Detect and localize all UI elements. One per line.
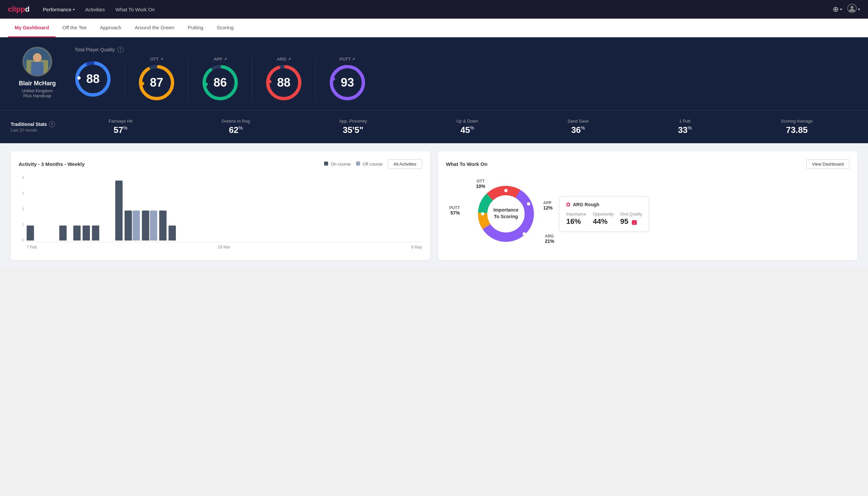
bar-group xyxy=(41,240,48,241)
bar-on-course xyxy=(92,226,99,241)
info-stat-shot-quality: Shot Quality 95 ↓ xyxy=(620,212,642,226)
nav-link-activities[interactable]: Activities xyxy=(85,7,105,12)
stat-up-down: Up & Down 45% xyxy=(456,119,478,135)
chevron-down-icon-user: ▾ xyxy=(858,7,860,12)
score-card-ott: OTT ↗ 87 xyxy=(125,57,189,101)
chevron-down-icon: ▾ xyxy=(73,7,75,11)
bar-off-course xyxy=(150,211,157,241)
putt-value: 93 xyxy=(341,76,354,90)
off-course-legend: Off course xyxy=(356,161,382,167)
traditional-stats-title: Traditional Stats ? xyxy=(11,121,64,127)
info-card: ARG Rough Importance 16% Opportunity 44%… xyxy=(559,196,649,232)
add-button[interactable]: ⊕ ▾ xyxy=(833,5,842,14)
stat-value: 62% xyxy=(229,125,242,135)
chevron-down-icon: ▾ xyxy=(840,7,842,12)
stat-value: 33% xyxy=(678,125,692,135)
all-activities-button[interactable]: All Activities xyxy=(388,159,422,169)
tab-my-dashboard[interactable]: My Dashboard xyxy=(8,19,56,37)
stat-greens-in-reg: Greens In Reg 62% xyxy=(222,119,250,135)
arg-label: ARG ↗ xyxy=(277,57,290,62)
stat-scoring-average: Scoring Average 73.85 xyxy=(781,119,813,135)
stat-1-putt: 1 Putt 33% xyxy=(678,119,692,135)
bar-on-course xyxy=(73,226,81,241)
stat-sand-save: Sand Save 36% xyxy=(568,119,589,135)
bar-chart: 7 Feb 28 Mar 9 May xyxy=(27,175,422,249)
plus-circle-icon: ⊕ xyxy=(833,5,839,14)
arg-arrow: ↗ xyxy=(288,57,291,61)
bar-on-course xyxy=(169,226,176,241)
bar-chart-area xyxy=(27,175,422,242)
on-course-legend: On course xyxy=(324,161,351,167)
bar-group xyxy=(142,211,157,241)
stat-label: Fairways Hit xyxy=(109,119,132,124)
tab-around-the-green[interactable]: Around the Green xyxy=(128,19,181,37)
avatar xyxy=(22,47,52,77)
logo-text: clippd xyxy=(8,5,30,14)
bar-on-course xyxy=(83,226,90,241)
info-card-title: ARG Rough xyxy=(566,202,642,207)
stats-items: Fairways Hit 57% Greens In Reg 62% App. … xyxy=(64,119,857,135)
nav-link-what-to-work-on[interactable]: What To Work On xyxy=(115,7,155,12)
stat-value: 57% xyxy=(114,125,127,135)
nav-right: ⊕ ▾ ▾ xyxy=(833,4,860,15)
bar-group xyxy=(83,226,90,241)
bar-on-course xyxy=(59,226,67,241)
user-button[interactable]: ▾ xyxy=(847,4,860,15)
bar-group xyxy=(101,240,109,241)
bar-chart-wrapper: 4 3 2 1 0 7 Feb 28 Mar 9 May xyxy=(19,175,422,249)
svg-point-12 xyxy=(141,82,144,85)
tab-approach[interactable]: Approach xyxy=(93,19,128,37)
stats-help-icon[interactable]: ? xyxy=(49,121,55,127)
nav-left: clippd Performance ▾ Activities What To … xyxy=(8,5,155,14)
svg-rect-5 xyxy=(31,62,43,76)
svg-point-27 xyxy=(527,202,530,205)
score-rings: 88 OTT ↗ 87 xyxy=(75,57,857,101)
stat-app-proximity: App. Proximity 35'5" xyxy=(339,119,367,135)
nav-links: Performance ▾ Activities What To Work On xyxy=(43,7,155,12)
tab-putting[interactable]: Putting xyxy=(181,19,210,37)
arg-donut-label: ARG 21% xyxy=(545,234,554,244)
stat-label: 1 Putt xyxy=(679,119,691,124)
bar-group xyxy=(92,226,99,241)
info-stat-label: Shot Quality xyxy=(620,212,642,217)
tab-off-the-tee[interactable]: Off the Tee xyxy=(56,19,93,37)
info-stat-importance: Importance 16% xyxy=(566,212,586,226)
svg-point-1 xyxy=(851,6,854,9)
donut-svg: Importance To Scoring xyxy=(473,181,539,247)
view-dashboard-button[interactable]: View Dashboard xyxy=(806,159,849,169)
svg-point-15 xyxy=(205,83,208,86)
stat-value: 45% xyxy=(460,125,474,135)
score-card-putt: PUTT ↗ 93 xyxy=(316,57,379,101)
svg-text:Importance: Importance xyxy=(493,207,519,213)
stats-row: Traditional Stats ? Last 20 rounds Fairw… xyxy=(0,110,868,143)
bar-on-course xyxy=(125,211,132,241)
ring-putt: 93 xyxy=(329,64,366,101)
top-nav: clippd Performance ▾ Activities What To … xyxy=(0,0,868,19)
bar-group xyxy=(50,240,57,241)
svg-point-18 xyxy=(268,80,271,83)
nav-link-performance[interactable]: Performance ▾ xyxy=(43,7,75,12)
wtwo-card-header: What To Work On View Dashboard xyxy=(446,159,849,169)
tpq-title: Total Player Quality ? xyxy=(75,47,857,52)
bar-group xyxy=(115,181,123,241)
tpq-value: 88 xyxy=(86,72,99,86)
wtwo-title: What To Work On xyxy=(446,161,487,167)
ott-label: OTT ↗ xyxy=(150,57,163,62)
help-icon[interactable]: ? xyxy=(117,47,124,52)
logo[interactable]: clippd xyxy=(8,5,30,14)
putt-arrow: ↗ xyxy=(352,57,355,61)
chart-x-labels: 7 Feb 28 Mar 9 May xyxy=(27,242,422,249)
tab-scoring[interactable]: Scoring xyxy=(210,19,240,37)
svg-point-29 xyxy=(481,212,484,216)
svg-point-21 xyxy=(332,77,335,81)
activity-card-controls: On course Off course All Activities xyxy=(324,159,422,169)
bar-group xyxy=(59,226,67,241)
putt-label: PUTT ↗ xyxy=(340,57,356,62)
player-country: United Kingdom xyxy=(22,88,53,93)
score-card-arg: ARG ↗ 88 xyxy=(252,57,316,101)
score-card-app: APP ↗ 86 xyxy=(189,57,252,101)
ring-app: 86 xyxy=(202,64,238,101)
stat-label: Scoring Average xyxy=(781,119,813,124)
svg-point-26 xyxy=(504,189,508,192)
info-stat-label: Opportunity xyxy=(593,212,614,217)
